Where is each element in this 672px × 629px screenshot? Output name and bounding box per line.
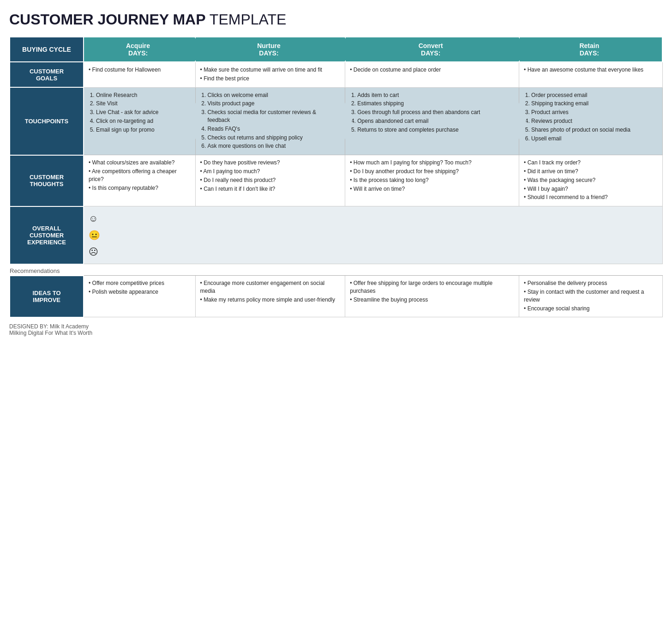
stage-retain-name: Retain — [524, 42, 654, 49]
ideas-to-improve-label: IDEAS TOIMPROVE — [10, 276, 84, 317]
stage-retain: Retain DAYS: — [519, 37, 662, 62]
goals-retain: Have an awesome costume that everyone li… — [519, 62, 662, 87]
touchpoints-label: TOUCHPOINTS — [10, 87, 84, 155]
customer-thoughts-row: CUSTOMERTHOUGHTS What colours/sizes are … — [10, 155, 662, 206]
page-title: CUSTOMER JOURNEY MAP TEMPLATE — [9, 11, 663, 28]
stage-acquire: Acquire DAYS: — [84, 37, 195, 62]
stage-nurture: Nurture DAYS: — [195, 37, 345, 62]
stage-nurture-name: Nurture — [200, 42, 337, 49]
footer-line2: Milking Digital For What It's Worth — [9, 330, 663, 336]
customer-goals-label: CUSTOMERGOALS — [10, 62, 84, 87]
ideas-to-improve-row: IDEAS TOIMPROVE Offer more competitive p… — [10, 276, 662, 317]
buying-cycle-label: BUYING CYCLE — [10, 37, 84, 62]
thoughts-nurture: Do they have positive reviews? Am I payi… — [195, 155, 345, 206]
stage-acquire-sub: DAYS: — [89, 49, 187, 57]
thoughts-acquire: What colours/sizes are available? Are co… — [84, 155, 195, 206]
stage-retain-sub: DAYS: — [524, 49, 654, 57]
overall-experience-row: OVERALLCUSTOMEREXPERIENCE ☺ 😐 ☹ — [10, 206, 662, 264]
customer-thoughts-label: CUSTOMERTHOUGHTS — [10, 155, 84, 206]
overall-experience-label: OVERALLCUSTOMEREXPERIENCE — [10, 206, 84, 264]
ideas-retain: Personalise the delivery process Stay in… — [519, 276, 662, 317]
thoughts-convert: How much am I paying for shipping? Too m… — [345, 155, 519, 206]
stage-convert-name: Convert — [350, 42, 511, 49]
ideas-acquire: Offer more competitive prices Polish web… — [84, 276, 195, 317]
stage-nurture-sub: DAYS: — [200, 49, 337, 57]
happy-icon: ☺ — [89, 210, 658, 227]
touchpoints-row: TOUCHPOINTS Online Research Site Visit L… — [10, 87, 662, 155]
goals-convert: Decide on costume and place order — [345, 62, 519, 87]
sad-icon: ☹ — [89, 243, 658, 260]
footer: DESIGNED BY: Milk It Academy Milking Dig… — [9, 323, 663, 336]
touchpoints-retain: Order processed email Shipping tracking … — [519, 87, 662, 155]
experience-icons: ☺ 😐 ☹ — [84, 206, 662, 264]
customer-goals-row: CUSTOMERGOALS Find costume for Halloween… — [10, 62, 662, 87]
recommendations-label: Recommendations — [10, 264, 662, 276]
journey-map-table: BUYING CYCLE Acquire DAYS: Nurture DAYS:… — [9, 36, 663, 318]
goals-nurture: Make sure the costume will arrive on tim… — [195, 62, 345, 87]
stage-convert-sub: DAYS: — [350, 49, 511, 57]
recommendations-row: Recommendations — [10, 264, 662, 276]
buying-cycle-row: BUYING CYCLE Acquire DAYS: Nurture DAYS:… — [10, 37, 662, 62]
touchpoints-nurture: Clicks on welcome email Visits product p… — [195, 87, 345, 155]
stage-acquire-name: Acquire — [89, 42, 187, 49]
footer-line1: DESIGNED BY: Milk It Academy — [9, 323, 663, 330]
ideas-convert: Offer free shipping for large orders to … — [345, 276, 519, 317]
neutral-icon: 😐 — [89, 227, 658, 243]
thoughts-retain: Can I track my order? Did it arrive on t… — [519, 155, 662, 206]
touchpoints-convert: Adds item to cart Estimates shipping Goe… — [345, 87, 519, 155]
touchpoints-acquire: Online Research Site Visit Live Chat - a… — [84, 87, 195, 155]
goals-acquire: Find costume for Halloween — [84, 62, 195, 87]
ideas-nurture: Encourage more customer engagement on so… — [195, 276, 345, 317]
stage-convert: Convert DAYS: — [345, 37, 519, 62]
